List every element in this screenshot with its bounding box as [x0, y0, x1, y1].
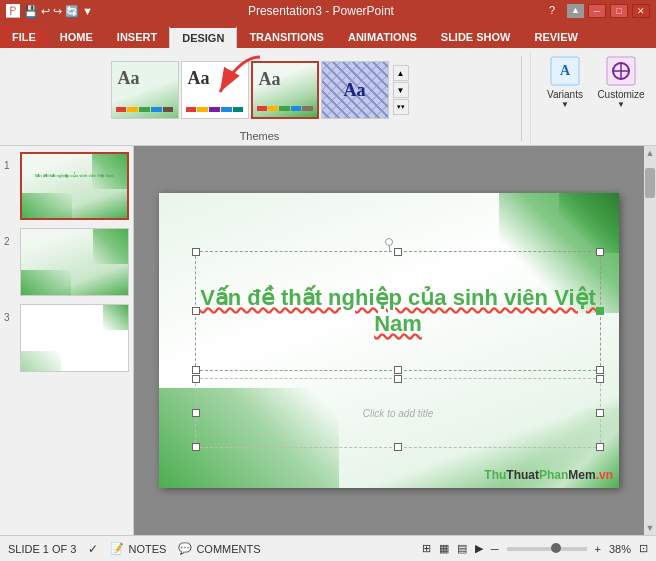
watermark-thu: Thu: [484, 468, 506, 482]
zoom-in-btn[interactable]: +: [595, 543, 601, 555]
tab-design[interactable]: DESIGN: [169, 26, 237, 48]
svg-text:A: A: [560, 63, 571, 78]
slide-count: SLIDE 1 OF 3: [8, 543, 76, 555]
repeat-icon[interactable]: 🔄: [65, 5, 79, 18]
zoom-out-btn[interactable]: ─: [491, 543, 499, 555]
ribbon-collapse-icon[interactable]: ▲: [567, 4, 584, 18]
status-right: ⊞ ▦ ▤ ▶ ─ + 38% ⊡: [422, 542, 648, 555]
view-normal-btn[interactable]: ⊞: [422, 542, 431, 555]
handle-bm[interactable]: [394, 366, 402, 374]
ribbon-tab-bar: FILE HOME INSERT DESIGN TRANSITIONS ANIM…: [0, 22, 656, 48]
theme-item-2[interactable]: Aa: [181, 61, 249, 119]
tab-transitions[interactable]: TRANSITIONS: [237, 26, 336, 48]
slide-title-textbox[interactable]: Vấn đề thất nghiệp của sinh viên Việt Na…: [195, 251, 601, 371]
title-bar: 🅿 💾 ↩ ↪ 🔄 ▼ Presentation3 - PowerPoint ?…: [0, 0, 656, 22]
zoom-percent[interactable]: 38%: [609, 543, 631, 555]
slide-main-view[interactable]: Vấn đề thất nghiệp của sinh viên Việt Na…: [134, 146, 644, 535]
spell-check-icon[interactable]: ✓: [88, 542, 98, 556]
sub-handle-br[interactable]: [596, 443, 604, 451]
tab-insert[interactable]: INSERT: [105, 26, 169, 48]
customize-button[interactable]: Customize ▼: [595, 56, 647, 108]
vertical-scrollbar[interactable]: ▲ ▼: [644, 146, 656, 535]
tab-review[interactable]: REVIEW: [522, 26, 589, 48]
view-reading-btn[interactable]: ▤: [457, 542, 467, 555]
tab-animations[interactable]: ANIMATIONS: [336, 26, 429, 48]
slide-title[interactable]: Vấn đề thất nghiệp của sinh viên Việt Na…: [196, 285, 600, 338]
undo-icon[interactable]: ↩: [41, 5, 50, 18]
variants-button[interactable]: A Variants ▼: [539, 56, 591, 108]
watermark: ThuThuatPhanMem.vn: [484, 468, 613, 482]
theme-item-4[interactable]: Aa: [321, 61, 389, 119]
scroll-thumb[interactable]: [645, 168, 655, 198]
scroll-more[interactable]: ▾▾: [393, 99, 409, 115]
help-button[interactable]: ?: [549, 4, 555, 18]
themes-label: Themes: [240, 130, 280, 145]
tab-slideshow[interactable]: SLIDE SHOW: [429, 26, 523, 48]
customize-icon: [605, 55, 637, 87]
zoom-thumb[interactable]: [551, 543, 561, 553]
customize-qa-icon[interactable]: ▼: [82, 5, 93, 17]
scroll-up[interactable]: ▲: [393, 65, 409, 81]
notes-icon: 📝: [110, 542, 124, 555]
theme-item-1[interactable]: Aa: [111, 61, 179, 119]
handle-br[interactable]: [596, 366, 604, 374]
title-bar-controls: ? ▲ ─ □ ✕: [549, 4, 650, 18]
variants-dropdown: ▼: [561, 100, 569, 109]
title-bar-left: 🅿 💾 ↩ ↪ 🔄 ▼: [6, 3, 93, 19]
redo-icon[interactable]: ↪: [53, 5, 62, 18]
slide-preview-2[interactable]: [20, 228, 129, 296]
slide-preview-3[interactable]: [20, 304, 129, 372]
handle-tr[interactable]: [596, 248, 604, 256]
slide-thumb-3[interactable]: 3: [4, 304, 129, 372]
status-bar: SLIDE 1 OF 3 ✓ 📝 NOTES 💬 COMMENTS ⊞ ▦ ▤ …: [0, 535, 656, 561]
tab-home[interactable]: HOME: [48, 26, 105, 48]
watermark-phan: Phan: [539, 468, 568, 482]
ribbon-divider: [521, 56, 522, 141]
main-area: 1 Vấn đề thất nghiệp của sinh viên Việt …: [0, 146, 656, 535]
tab-file[interactable]: FILE: [0, 26, 48, 48]
customize-label: Customize: [597, 89, 644, 100]
view-slides-btn[interactable]: ▦: [439, 542, 449, 555]
sub-handle-bl[interactable]: [192, 443, 200, 451]
main-slide[interactable]: Vấn đề thất nghiệp của sinh viên Việt Na…: [159, 193, 619, 488]
comments-icon: 💬: [178, 542, 192, 555]
handle-tl[interactable]: [192, 248, 200, 256]
handle-ml[interactable]: [192, 307, 200, 315]
comments-label: COMMENTS: [196, 543, 260, 555]
customize-dropdown: ▼: [617, 100, 625, 109]
slide-preview-1[interactable]: Vấn đề thất nghiệp của sinh viên Việt Na…: [20, 152, 129, 220]
sub-handle-tr[interactable]: [596, 375, 604, 383]
slide-thumb-1[interactable]: 1 Vấn đề thất nghiệp của sinh viên Việt …: [4, 152, 129, 220]
handle-bl[interactable]: [192, 366, 200, 374]
watermark-thuat: Thuat: [506, 468, 539, 482]
sub-handle-tm[interactable]: [394, 375, 402, 383]
slide-bg-corner: [559, 193, 619, 253]
themes-scroll[interactable]: ▲ ▼ ▾▾: [393, 65, 409, 115]
slide-subtitle[interactable]: Click to add title: [363, 408, 434, 419]
zoom-slider[interactable]: [507, 547, 587, 551]
save-icon[interactable]: 💾: [24, 5, 38, 18]
rotation-handle[interactable]: [385, 238, 393, 246]
ribbon-panel: Aa Aa: [0, 48, 656, 146]
slide-subtitle-textbox[interactable]: Click to add title: [195, 378, 601, 448]
notes-btn[interactable]: 📝 NOTES: [110, 542, 166, 555]
slide1-thumb-text: Vấn đề thất nghiệp của sinh viên Việt Na…: [33, 173, 117, 178]
sub-handle-bm[interactable]: [394, 443, 402, 451]
view-slideshow-btn[interactable]: ▶: [475, 542, 483, 555]
scroll-down-btn[interactable]: ▼: [646, 523, 655, 533]
handle-tm[interactable]: [394, 248, 402, 256]
theme-item-3[interactable]: Aa: [251, 61, 319, 119]
sub-handle-ml[interactable]: [192, 409, 200, 417]
status-left: SLIDE 1 OF 3 ✓ 📝 NOTES 💬 COMMENTS: [8, 542, 261, 556]
close-button[interactable]: ✕: [632, 4, 650, 18]
scroll-down[interactable]: ▼: [393, 82, 409, 98]
maximize-button[interactable]: □: [610, 4, 628, 18]
handle-mr[interactable]: [596, 307, 604, 315]
sub-handle-tl[interactable]: [192, 375, 200, 383]
sub-handle-mr[interactable]: [596, 409, 604, 417]
fit-slide-btn[interactable]: ⊡: [639, 542, 648, 555]
comments-btn[interactable]: 💬 COMMENTS: [178, 542, 260, 555]
scroll-up-btn[interactable]: ▲: [646, 148, 655, 158]
minimize-button[interactable]: ─: [588, 4, 606, 18]
slide-thumb-2[interactable]: 2: [4, 228, 129, 296]
